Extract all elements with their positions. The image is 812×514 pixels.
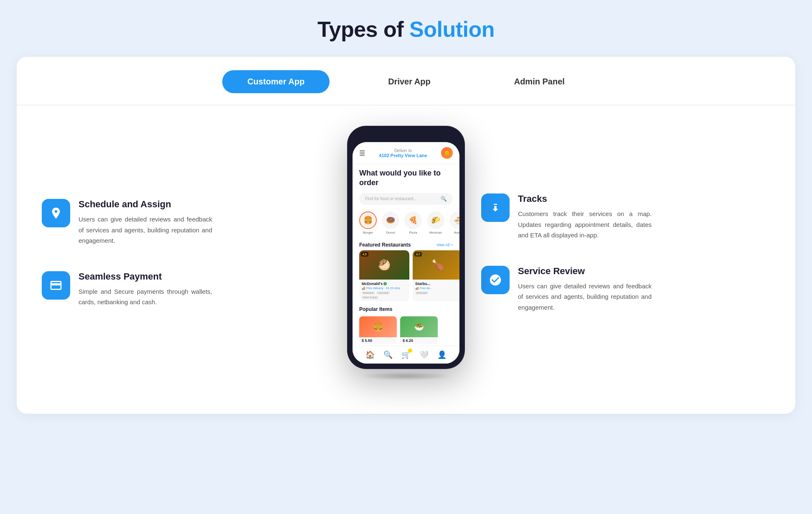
home-nav-icon[interactable]: 🏠 — [365, 350, 375, 359]
screen-top-bar: ☰ Deliver to 4102 Pretty View Lane 😊 — [359, 147, 453, 159]
category-burger[interactable]: 🍔 Burger — [359, 211, 377, 234]
popular-header: Popular Items — [359, 306, 453, 314]
schedule-text: Schedule and Assign Users can give detai… — [79, 199, 212, 246]
popular-section: Popular Items 🍔 $ 5.50 🥗 $ 6.25 — [353, 305, 459, 346]
category-pizza[interactable]: 🍕 Pizza — [404, 211, 422, 234]
asian-circle: 🍜 — [449, 211, 459, 229]
review-icon-bg — [481, 266, 510, 294]
hamburger-icon: ☰ — [359, 149, 365, 157]
category-donut[interactable]: 🍩 Donut — [382, 211, 399, 234]
popular-item-2[interactable]: 🥗 $ 6.25 — [400, 316, 438, 344]
phone-shadow — [360, 372, 452, 380]
starbucks-tags: BURGER — [415, 291, 459, 295]
screen-greeting: What would you like to order — [353, 164, 459, 191]
tracks-icon-bg — [481, 193, 510, 222]
schedule-icon-bg — [42, 199, 70, 227]
tab-driver-app[interactable]: Driver App — [363, 70, 456, 93]
mexican-circle: 🌮 — [427, 211, 444, 229]
search-placeholder: Find for food or restaurant... — [365, 196, 417, 201]
review-icon — [489, 273, 502, 287]
deliver-info: Deliver to 4102 Pretty View Lane — [379, 148, 427, 158]
asian-label: Asian — [454, 231, 459, 234]
user-avatar: 😊 — [441, 147, 453, 159]
burger-label: Burger — [363, 231, 373, 234]
tag-burger: BURGER — [362, 291, 375, 295]
burger-circle: 🍔 — [359, 211, 377, 229]
feature-payment: Seamless Payment Simple and Secure payme… — [42, 271, 331, 308]
tabs-row: Customer App Driver App Admin Panel — [17, 57, 795, 105]
tracks-text: Tracks Customers track their services on… — [518, 193, 652, 241]
search-nav-icon[interactable]: 🔍 — [383, 350, 393, 359]
tag-burger2: BURGER — [415, 291, 429, 295]
restaurant-mcdonalds[interactable]: 🥙 4.5 McDonald's 🚚 Free delivery · 10-15… — [359, 250, 409, 301]
tracking-icon — [489, 201, 502, 214]
restaurants-row: 🥙 4.5 McDonald's 🚚 Free delivery · 10-15… — [353, 250, 459, 305]
starbucks-name: Starbu... — [415, 282, 459, 286]
tag-chicken: CHICKEN — [376, 291, 390, 295]
card-icon — [49, 279, 63, 292]
view-all-link[interactable]: View All > — [436, 243, 453, 247]
phone-mockup: ☰ Deliver to 4102 Pretty View Lane 😊 Wha… — [348, 126, 464, 369]
feature-schedule: Schedule and Assign Users can give detai… — [42, 199, 331, 246]
schedule-description: Users can give detailed reviews and feed… — [79, 214, 212, 246]
tracks-description: Customers track their services on a map.… — [518, 209, 652, 241]
title-part1: Types of — [317, 17, 403, 41]
review-title: Service Review — [518, 266, 652, 277]
mcdonalds-tags: BURGER CHICKEN FAST FOOD — [362, 291, 407, 299]
review-text: Service Review Users can give detailed r… — [518, 266, 652, 313]
popular-item-1[interactable]: 🍔 $ 5.50 — [359, 316, 397, 344]
tracks-title: Tracks — [518, 193, 652, 204]
payment-icon-bg — [42, 271, 70, 300]
phone-screen: ☰ Deliver to 4102 Pretty View Lane 😊 Wha… — [353, 142, 459, 364]
deliver-address: 4102 Pretty View Lane — [379, 153, 427, 158]
phone-container: ☰ Deliver to 4102 Pretty View Lane 😊 Wha… — [348, 126, 464, 380]
donut-circle: 🍩 — [382, 211, 399, 229]
tab-customer-app[interactable]: Customer App — [222, 70, 330, 93]
featured-header: Featured Restaurants View All > — [353, 239, 459, 250]
review-description: Users can give detailed reviews and feed… — [518, 281, 652, 313]
page-title: Types of Solution — [0, 17, 812, 42]
category-mexican[interactable]: 🌮 Mexican — [427, 211, 444, 234]
payment-text: Seamless Payment Simple and Secure payme… — [79, 271, 212, 308]
categories-row: 🍔 Burger 🍩 Donut 🍕 Pizza — [353, 209, 459, 239]
starbucks-img: 🍗 4.7 — [413, 250, 459, 280]
pizza-circle: 🍕 — [404, 211, 422, 229]
cart-badge-dot — [408, 349, 412, 353]
popular-img-1: 🍔 — [359, 316, 397, 337]
main-content: Schedule and Assign Users can give detai… — [17, 105, 795, 389]
mexican-label: Mexican — [429, 231, 442, 234]
tag-fastfood: FAST FOOD — [362, 296, 378, 299]
search-bar[interactable]: Find for food or restaurant... 🔍 — [359, 193, 453, 205]
popular-price-2: $ 6.25 — [400, 337, 438, 344]
title-part2: Solution — [409, 17, 495, 41]
left-features: Schedule and Assign Users can give detai… — [42, 199, 331, 308]
page-wrapper: Types of Solution Customer App Driver Ap… — [0, 0, 812, 439]
popular-items-row: 🍔 $ 5.50 🥗 $ 6.25 — [359, 316, 453, 344]
popular-img-2: 🥗 — [400, 316, 438, 337]
mcdonalds-info: McDonald's 🚚 Free delivery · 10-15 mins … — [359, 280, 409, 301]
heart-nav-icon[interactable]: 🤍 — [419, 350, 429, 359]
deliver-label: Deliver to — [379, 148, 427, 153]
search-icon: 🔍 — [441, 196, 447, 202]
main-card: Customer App Driver App Admin Panel Sche… — [17, 57, 795, 414]
restaurant-starbucks[interactable]: 🍗 4.7 Starbu... 🚚 Free de... BU — [413, 250, 459, 301]
featured-title: Featured Restaurants — [359, 242, 411, 248]
feature-review: Service Review Users can give detailed r… — [481, 266, 770, 313]
tab-admin-panel[interactable]: Admin Panel — [489, 70, 590, 93]
mcdonalds-rating: 4.5 — [361, 252, 368, 257]
pizza-label: Pizza — [409, 231, 417, 234]
donut-label: Donut — [386, 231, 395, 234]
starbucks-delivery: 🚚 Free de... — [415, 287, 459, 290]
category-asian[interactable]: 🍜 Asian — [449, 211, 459, 234]
payment-description: Simple and Secure payments through walle… — [79, 286, 212, 308]
location-icon — [49, 206, 63, 220]
right-features: Tracks Customers track their services on… — [481, 193, 770, 313]
phone-bottom-nav: 🏠 🔍 🛒 🤍 👤 — [353, 346, 459, 364]
mcdonalds-delivery: 🚚 Free delivery · 10-15 mins — [362, 287, 407, 290]
profile-nav-icon[interactable]: 👤 — [437, 350, 447, 359]
schedule-title: Schedule and Assign — [79, 199, 212, 210]
cart-nav-container: 🛒 — [401, 350, 411, 359]
feature-tracks: Tracks Customers track their services on… — [481, 193, 770, 241]
verified-icon — [383, 282, 387, 285]
screen-header: ☰ Deliver to 4102 Pretty View Lane 😊 — [353, 142, 459, 164]
